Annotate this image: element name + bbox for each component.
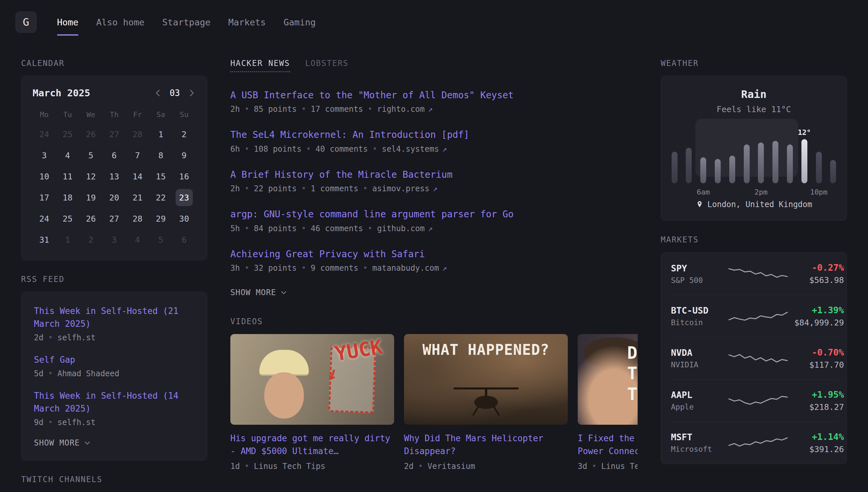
calendar-day: 5 (79, 146, 103, 164)
news-domain: matanabudy.com (372, 264, 439, 273)
market-row[interactable]: MSFT Microsoft +1.14% $391.26 (671, 421, 837, 464)
calendar-day: 5 (149, 231, 173, 249)
video-thumbnail[interactable]: DO T T (578, 334, 638, 425)
weather-bar: 2pm (758, 143, 764, 183)
video-thumbnail[interactable]: YUCK ↓ (230, 334, 394, 425)
calendar-header: March 2025 03 (33, 88, 196, 99)
news-comments: 9 comments (296, 264, 358, 273)
news-points: 85 points (240, 104, 297, 114)
twitch-section-title: TWITCH CHANNELS (21, 475, 207, 484)
news-show-more-button[interactable]: SHOW MORE (230, 288, 287, 297)
calendar-day: 2 (79, 231, 103, 249)
calendar-day: 17 (33, 189, 56, 206)
chevron-down-icon (84, 439, 91, 446)
news-domain-link[interactable]: sel4.systems↗ (368, 144, 447, 154)
nav-item-also-home[interactable]: Also home (96, 0, 144, 44)
calendar-day: 4 (126, 231, 149, 249)
rss-item-meta: 5d Ahmad Shadeed (34, 369, 194, 378)
location-pin-icon (696, 200, 704, 208)
market-ticker: AAPL (671, 390, 728, 400)
rss-title-link[interactable]: This Week in Self-Hosted (14 March 2025) (34, 390, 194, 415)
calendar-prev-button[interactable] (154, 89, 162, 97)
weather-bar: 12° (801, 139, 807, 183)
app-logo[interactable]: G (16, 11, 36, 33)
market-ticker: SPY (671, 263, 728, 273)
video-channel: Veritasium (414, 462, 475, 471)
video-thumbnail[interactable]: WHAT HAPPENED? (404, 334, 568, 425)
market-values: +1.14% $391.26 (789, 432, 844, 454)
news-domain-link[interactable]: asimov.press↗ (358, 184, 437, 193)
market-id: SPY S&P 500 (671, 263, 728, 285)
video-title-link[interactable]: I Fixed the 5 Power Connect (578, 432, 638, 458)
market-sparkline (728, 306, 789, 326)
news-comments: 1 comments (296, 184, 358, 193)
external-link-icon: ↗ (442, 144, 447, 154)
news-domain-link[interactable]: matanabudy.com↗ (358, 264, 447, 273)
hard-hat-graphic (259, 350, 309, 374)
chevron-down-icon (280, 289, 287, 296)
calendar-weekday: Fr (126, 108, 149, 122)
nav-item-markets[interactable]: Markets (228, 0, 266, 44)
video-age: 2d (404, 462, 414, 471)
video-card: YUCK ↓ His upgrade got me really dirty -… (230, 334, 394, 471)
videos-section-title: VIDEOS (230, 317, 638, 326)
nav-item-home[interactable]: Home (57, 0, 78, 44)
video-title-link[interactable]: His upgrade got me really dirty - AMD $5… (230, 432, 394, 458)
weather-time-label: 2pm (755, 188, 768, 196)
rss-title-link[interactable]: This Week in Self-Hosted (21 March 2025) (34, 305, 194, 330)
external-link-icon: ↗ (433, 184, 437, 193)
weather-feels-like: Feels like 11°C (671, 104, 837, 114)
weather-bar (672, 152, 678, 183)
news-title-link[interactable]: A USB Interface to the "Mother of All De… (230, 89, 638, 101)
market-price: $84,999.29 (789, 318, 844, 327)
calendar-day: 15 (149, 168, 173, 185)
rss-title-link[interactable]: Self Gap (34, 353, 194, 366)
news-title-link[interactable]: Achieving Great Privacy with Safari (230, 248, 638, 260)
news-title-link[interactable]: A Brief History of the Miracle Bacterium (230, 169, 638, 181)
news-age: 6h (230, 144, 240, 154)
weather-bar: 6am (700, 157, 706, 183)
video-meta: 1d Linus Tech Tips (230, 462, 394, 471)
market-id: AAPL Apple (671, 390, 728, 411)
video-channel: Linus Tech Tips (240, 462, 325, 471)
calendar-next-button[interactable] (187, 89, 196, 97)
video-meta: 3d Linus Tech Tips (578, 462, 638, 471)
news-age: 2h (230, 184, 240, 193)
market-price: $218.27 (789, 402, 844, 412)
news-item-meta: 6h 108 points 40 comments sel4.systems↗ (230, 144, 638, 154)
external-link-icon: ↗ (428, 104, 433, 114)
market-row[interactable]: AAPL Apple +1.95% $218.27 (671, 379, 837, 421)
thumbnail-overlay-text: YUCK (333, 335, 384, 365)
weather-temp-label: 12° (798, 128, 811, 137)
market-change: +1.14% (789, 432, 844, 442)
news-title-link[interactable]: The SeL4 Microkernel: An Introduction [p… (230, 129, 638, 141)
show-more-label: SHOW MORE (34, 438, 80, 447)
market-row[interactable]: BTC-USD Bitcoin +1.39% $84,999.29 (671, 295, 837, 337)
market-name: NVIDIA (671, 361, 728, 369)
rss-show-more-button[interactable]: SHOW MORE (34, 438, 91, 447)
news-title-link[interactable]: argp: GNU-style command line argument pa… (230, 208, 638, 220)
page-content: CALENDAR March 2025 03 MoTuWeThFrSaSu242… (0, 44, 868, 492)
news-item: A Brief History of the Miracle Bacterium… (230, 169, 638, 193)
news-comments: 46 comments (296, 224, 363, 233)
rss-widget: This Week in Self-Hosted (21 March 2025)… (21, 292, 207, 460)
market-row[interactable]: NVDA NVIDIA -0.70% $117.70 (671, 337, 837, 379)
market-sparkline (728, 348, 789, 369)
news-domain-link[interactable]: righto.com↗ (363, 104, 433, 114)
nav-item-startpage[interactable]: Startpage (162, 0, 210, 44)
nav-item-gaming[interactable]: Gaming (283, 0, 316, 44)
market-sparkline (728, 390, 789, 411)
market-row[interactable]: SPY S&P 500 -0.27% $563.98 (671, 253, 837, 295)
tab-lobsters[interactable]: LOBSTERS (305, 59, 349, 72)
tab-hacker-news[interactable]: HACKER NEWS (230, 59, 290, 72)
weather-bar (772, 141, 779, 183)
rss-age: 5d (34, 369, 44, 378)
calendar-weekday: Sa (149, 108, 173, 122)
video-title-link[interactable]: Why Did The Mars Helicopter Disappear? (404, 432, 568, 458)
face-graphic (264, 372, 304, 418)
calendar-day: 27 (103, 125, 126, 143)
news-domain-link[interactable]: github.com↗ (363, 224, 433, 233)
calendar-day: 24 (33, 210, 56, 227)
calendar-month-number: 03 (170, 88, 180, 98)
calendar-day: 21 (126, 189, 149, 206)
